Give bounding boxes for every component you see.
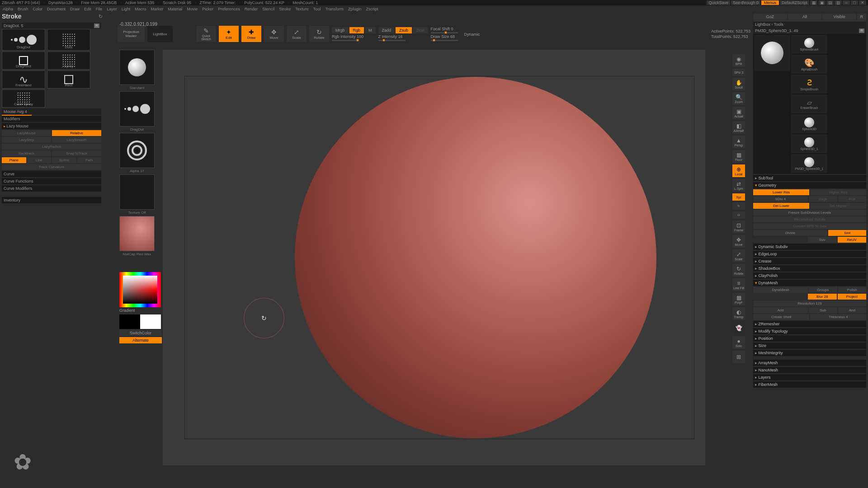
mrgb-button[interactable]: Mrgb bbox=[332, 27, 349, 33]
tool-r-toggle[interactable]: R bbox=[859, 28, 864, 33]
tool-eraserbrush[interactable]: ▱EraserBrush bbox=[791, 94, 827, 113]
tool-sphere3d[interactable]: Sphere3D bbox=[791, 114, 827, 133]
local-button[interactable]: ⊕Local bbox=[732, 164, 745, 177]
visible-tab[interactable]: Visible bbox=[822, 14, 856, 20]
cage-button[interactable]: Cage bbox=[809, 196, 837, 202]
menu-stroke[interactable]: Stroke bbox=[279, 7, 291, 11]
stroke-dragdot[interactable]: DragDot bbox=[2, 29, 45, 51]
rgb-button[interactable]: Rgb bbox=[349, 27, 364, 33]
menu-texture[interactable]: Texture bbox=[295, 7, 309, 11]
canvas[interactable] bbox=[163, 50, 705, 465]
menu-file[interactable]: File bbox=[96, 7, 103, 11]
blur-slider[interactable]: Blur 28 bbox=[808, 294, 837, 300]
divide-button[interactable]: Divide bbox=[753, 230, 827, 236]
meshintegrity-section[interactable]: MeshIntegrity bbox=[753, 350, 866, 356]
menu-material[interactable]: Material bbox=[168, 7, 182, 11]
menu-document[interactable]: Document bbox=[47, 7, 66, 11]
xpose-button[interactable]: ⊞ bbox=[732, 351, 745, 363]
track-curvature-slider[interactable]: Track Curvature bbox=[2, 164, 101, 170]
menu-zplugin[interactable]: Zplugin bbox=[348, 7, 362, 11]
goz-tab[interactable]: GoZ bbox=[753, 14, 787, 20]
freeze-subdiv-button[interactable]: Freeze SubDivision Levels bbox=[753, 210, 866, 216]
track-plane[interactable]: Plane bbox=[2, 157, 26, 163]
zcut-button[interactable]: Zcut bbox=[413, 27, 428, 33]
gradient-toggle[interactable]: Gradient bbox=[119, 308, 162, 313]
zadd-button[interactable]: Zadd bbox=[378, 27, 395, 33]
modifytopo-section[interactable]: Modify Topology bbox=[753, 328, 866, 334]
z-intensity-slider[interactable]: Z Intensity 16 bbox=[378, 34, 428, 41]
zremesher-section[interactable]: ZRemesher bbox=[753, 321, 866, 327]
menu-light[interactable]: Light bbox=[122, 7, 131, 11]
center-button[interactable]: ⊙ bbox=[732, 211, 745, 219]
size-section[interactable]: Size bbox=[753, 343, 866, 349]
tool-sphere3d-1[interactable]: Sphere3D_1 bbox=[791, 134, 827, 153]
zoom-button[interactable]: 🔍Zoom bbox=[732, 92, 745, 105]
suv-button[interactable]: Suv bbox=[808, 237, 837, 243]
minimize-icon[interactable]: ─ bbox=[843, 0, 850, 5]
stroke-dragrect-select[interactable]: DragRect bbox=[2, 52, 45, 70]
menu-preferences[interactable]: Preferences bbox=[218, 7, 240, 11]
quicksave-button[interactable]: QuickSave bbox=[707, 0, 730, 5]
curve-section[interactable]: Curve bbox=[2, 171, 101, 177]
resolution-slider[interactable]: Resolution 128 bbox=[753, 300, 866, 306]
draw-size-slider[interactable]: Draw Size 68 bbox=[431, 34, 458, 41]
draw-button[interactable]: ✚Draw bbox=[241, 26, 261, 42]
lazymouse-section[interactable]: Lazy Mouse bbox=[2, 123, 101, 129]
stroke-thumb[interactable]: DragDot bbox=[119, 91, 155, 127]
menu-draw[interactable]: Draw bbox=[70, 7, 80, 11]
lazyradius-slider[interactable]: LazyRadius bbox=[2, 144, 101, 150]
rstr-button[interactable]: Rstr bbox=[838, 196, 867, 202]
refresh-icon[interactable]: ↻ bbox=[99, 14, 103, 19]
convert-bpr-button[interactable]: Convert BPR To Geo bbox=[753, 223, 866, 229]
sdiv-slider[interactable]: SDiv 4 bbox=[753, 196, 808, 202]
menu-tool[interactable]: Tool bbox=[313, 7, 321, 11]
geometry-section[interactable]: Geometry bbox=[753, 182, 866, 188]
material-thumb[interactable]: MatCap Red Wax bbox=[119, 216, 155, 251]
projection-master-button[interactable]: Projection Master bbox=[118, 26, 145, 42]
dynamesh-section[interactable]: DynaMesh bbox=[753, 280, 866, 286]
menu-brush[interactable]: Brush bbox=[18, 7, 28, 11]
menu-picker[interactable]: Picker bbox=[202, 7, 213, 11]
layout3-icon[interactable]: ▤ bbox=[826, 0, 834, 5]
vp-scale-button[interactable]: ⤢Scale bbox=[732, 249, 745, 262]
layout1-icon[interactable]: ▦ bbox=[810, 0, 817, 5]
lsym-button[interactable]: ⇄L.Sym bbox=[732, 179, 745, 192]
arraymesh-section[interactable]: ArrayMesh bbox=[753, 360, 866, 366]
groups-button[interactable]: Groups bbox=[809, 287, 837, 293]
rotate-button[interactable]: ↻Rotate bbox=[309, 26, 329, 42]
menus-button[interactable]: Menus bbox=[761, 0, 779, 5]
r-tab[interactable]: R bbox=[857, 14, 866, 20]
add-button[interactable]: Add bbox=[753, 307, 808, 313]
stroke-colorspray[interactable]: Color Spray bbox=[2, 89, 45, 108]
stroke-freehand[interactable]: ∿FreeHand bbox=[2, 70, 45, 89]
and-button[interactable]: And bbox=[838, 307, 867, 313]
edgeloop-section[interactable]: EdgeLoop bbox=[753, 251, 866, 257]
thickness-slider[interactable]: Thickness 4 bbox=[810, 314, 866, 320]
r-toggle[interactable]: R bbox=[94, 23, 99, 28]
close-icon[interactable]: ✕ bbox=[859, 0, 866, 5]
layout-button[interactable]: DefaultZScript bbox=[780, 0, 809, 5]
dynamic-subdiv-section[interactable]: Dynamic Subdiv bbox=[753, 244, 866, 250]
menu-movie[interactable]: Movie bbox=[187, 7, 198, 11]
menu-macro[interactable]: Macro bbox=[135, 7, 146, 11]
solo-button[interactable]: ●Solo bbox=[732, 336, 745, 349]
scale-button[interactable]: ⤢Scale bbox=[287, 26, 307, 42]
del-lower-button[interactable]: Del Lower bbox=[753, 203, 809, 209]
vp-rotate-button[interactable]: ↻Rotate bbox=[732, 264, 745, 277]
polyf-button[interactable]: ▦PolyF bbox=[732, 293, 745, 305]
switchcolor-button[interactable]: SwitchColor bbox=[119, 330, 162, 336]
lower-res-button[interactable]: Lower Res bbox=[753, 189, 809, 195]
menu-marker[interactable]: Marker bbox=[151, 7, 163, 11]
color-square[interactable] bbox=[119, 272, 161, 307]
alpha-thumb[interactable]: Alpha 17 bbox=[119, 133, 155, 168]
linefill-button[interactable]: ≡Line Fill bbox=[732, 278, 745, 291]
stroke-spray[interactable]: Spray bbox=[47, 52, 90, 70]
menu-stencil[interactable]: Stencil bbox=[262, 7, 274, 11]
fibermesh-section[interactable]: FiberMesh bbox=[753, 381, 866, 388]
stroke-dots[interactable]: Dots bbox=[47, 29, 90, 51]
polish-button[interactable]: Polish bbox=[838, 287, 867, 293]
menu-alpha[interactable]: Alpha bbox=[3, 7, 13, 11]
higher-res-button[interactable]: Higher Res bbox=[810, 189, 866, 195]
floor-button[interactable]: ▦Floor bbox=[732, 150, 745, 163]
lazystep-slider[interactable]: LazyStep bbox=[2, 137, 51, 143]
